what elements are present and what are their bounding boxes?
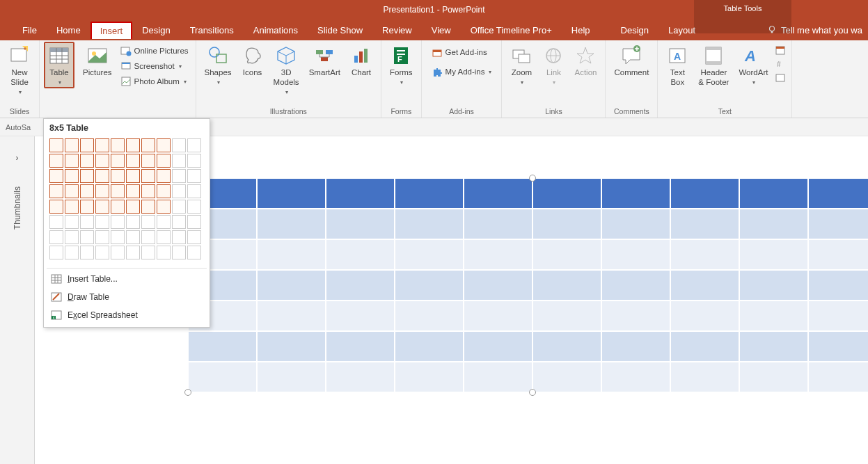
table-cell[interactable] <box>739 362 808 392</box>
wordart-button[interactable]: A WordArt ▾ <box>734 42 772 88</box>
draw-table-menu-item[interactable]: Draw Table <box>44 288 210 306</box>
table-cell[interactable] <box>739 209 808 239</box>
tab-design[interactable]: Design <box>132 21 180 40</box>
table-cell[interactable] <box>395 178 464 209</box>
grid-cell[interactable] <box>95 138 109 152</box>
grid-cell[interactable] <box>111 200 125 214</box>
new-slide-button[interactable]: New Slide ▾ <box>4 42 35 98</box>
grid-cell[interactable] <box>80 169 94 183</box>
action-button[interactable]: Action <box>570 42 601 81</box>
grid-cell[interactable] <box>49 169 63 183</box>
table-cell[interactable] <box>326 362 395 392</box>
table-cell[interactable] <box>532 362 601 392</box>
grid-cell[interactable] <box>187 169 201 183</box>
table-cell[interactable] <box>326 209 395 239</box>
table-cell[interactable] <box>670 178 739 209</box>
table-cell[interactable] <box>188 362 257 392</box>
link-button[interactable]: Link ▾ <box>538 42 569 88</box>
pictures-button[interactable]: Pictures <box>79 42 116 81</box>
table-cell[interactable] <box>808 362 868 392</box>
grid-cell[interactable] <box>172 246 186 259</box>
selection-handle[interactable] <box>529 175 536 182</box>
tab-tt-design[interactable]: Design <box>611 21 658 40</box>
table-cell[interactable] <box>532 301 601 331</box>
grid-cell[interactable] <box>111 246 125 259</box>
table-cell[interactable] <box>464 270 532 301</box>
table-cell[interactable] <box>326 301 395 331</box>
table-cell[interactable] <box>670 301 739 331</box>
grid-cell[interactable] <box>126 138 140 152</box>
table-cell[interactable] <box>532 239 601 270</box>
grid-cell[interactable] <box>141 246 155 259</box>
table-row[interactable] <box>188 239 868 270</box>
table-cell[interactable] <box>532 178 601 209</box>
excel-spreadsheet-menu-item[interactable]: X Excel Spreadsheet <box>44 306 210 324</box>
grid-cell[interactable] <box>157 246 171 259</box>
grid-cell[interactable] <box>157 200 171 214</box>
table-cell[interactable] <box>670 270 739 301</box>
photo-album-button[interactable]: Photo Album ▾ <box>118 75 191 88</box>
grid-cell[interactable] <box>187 200 201 214</box>
table-cell[interactable] <box>257 362 326 392</box>
selection-handle[interactable] <box>529 389 536 396</box>
grid-cell[interactable] <box>187 230 201 244</box>
grid-cell[interactable] <box>157 215 171 229</box>
table-cell[interactable] <box>395 270 464 301</box>
tab-help[interactable]: Help <box>562 21 600 40</box>
grid-cell[interactable] <box>126 184 140 198</box>
table-row[interactable] <box>188 270 868 301</box>
grid-cell[interactable] <box>80 246 94 259</box>
grid-cell[interactable] <box>49 246 63 259</box>
table-cell[interactable] <box>257 178 326 209</box>
textbox-button[interactable]: A Text Box <box>662 42 693 90</box>
grid-cell[interactable] <box>65 215 79 229</box>
grid-cell[interactable] <box>172 169 186 183</box>
grid-cell[interactable] <box>157 169 171 183</box>
table-row[interactable] <box>188 178 868 209</box>
table-cell[interactable] <box>808 331 868 362</box>
grid-cell[interactable] <box>80 215 94 229</box>
table-cell[interactable] <box>601 301 670 331</box>
grid-cell[interactable] <box>141 184 155 198</box>
table-cell[interactable] <box>601 331 670 362</box>
table-cell[interactable] <box>464 239 532 270</box>
table-cell[interactable] <box>670 331 739 362</box>
grid-cell[interactable] <box>49 230 63 244</box>
table-row[interactable] <box>188 209 868 239</box>
table-cell[interactable] <box>808 209 868 239</box>
grid-cell[interactable] <box>187 154 201 168</box>
grid-cell[interactable] <box>187 138 201 152</box>
table-row[interactable] <box>188 301 868 331</box>
object-icon[interactable] <box>775 72 786 83</box>
grid-cell[interactable] <box>172 138 186 152</box>
table-cell[interactable] <box>739 178 808 209</box>
table-cell[interactable] <box>532 270 601 301</box>
grid-cell[interactable] <box>111 169 125 183</box>
my-addins-button[interactable]: My Add-ins ▾ <box>429 65 495 78</box>
table-cell[interactable] <box>532 331 601 362</box>
grid-cell[interactable] <box>157 230 171 244</box>
grid-cell[interactable] <box>80 184 94 198</box>
grid-cell[interactable] <box>141 230 155 244</box>
grid-cell[interactable] <box>141 138 155 152</box>
date-time-icon[interactable] <box>775 45 786 56</box>
grid-cell[interactable] <box>187 184 201 198</box>
grid-cell[interactable] <box>111 215 125 229</box>
table-cell[interactable] <box>808 178 868 209</box>
table-cell[interactable] <box>464 209 532 239</box>
selection-handle[interactable] <box>184 389 191 396</box>
screenshot-button[interactable]: Screenshot ▾ <box>118 60 191 72</box>
table-cell[interactable] <box>464 362 532 392</box>
grid-cell[interactable] <box>187 215 201 229</box>
grid-cell[interactable] <box>172 230 186 244</box>
tab-animations[interactable]: Animations <box>244 21 308 40</box>
table-cell[interactable] <box>326 239 395 270</box>
tab-insert[interactable]: Insert <box>90 22 133 39</box>
grid-cell[interactable] <box>157 138 171 152</box>
grid-cell[interactable] <box>126 215 140 229</box>
grid-cell[interactable] <box>157 184 171 198</box>
slide-number-icon[interactable]: # <box>775 58 786 70</box>
grid-cell[interactable] <box>95 246 109 259</box>
tab-timeline[interactable]: Office Timeline Pro+ <box>461 21 562 40</box>
grid-cell[interactable] <box>49 200 63 214</box>
